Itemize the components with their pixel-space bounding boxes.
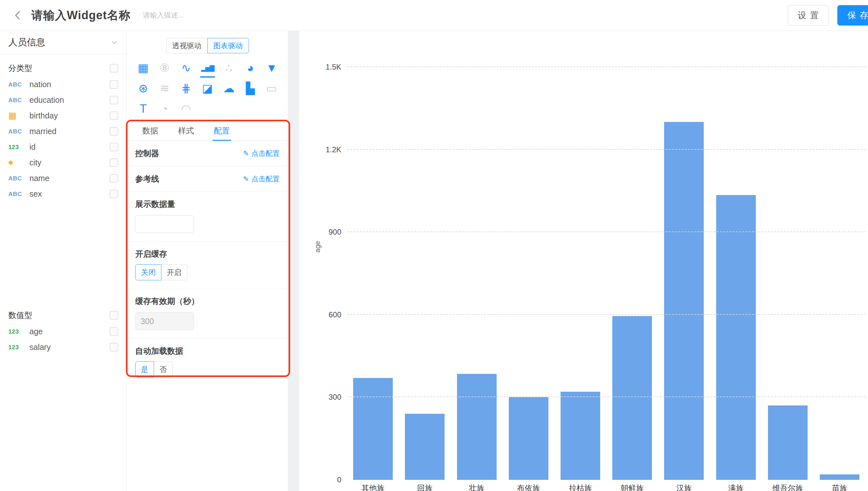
numeric-section-checkbox[interactable] <box>110 311 118 320</box>
autoload-no-button[interactable]: 否 <box>154 362 172 377</box>
bar-slot <box>451 67 503 480</box>
grid-line <box>347 397 865 397</box>
map-chart-icon[interactable]: ◪ <box>197 80 218 97</box>
back-arrow-icon <box>12 10 23 21</box>
settings-button[interactable]: 设 置 <box>788 5 829 26</box>
field-checkbox[interactable] <box>110 96 118 105</box>
reference-line-config-row: 参考线 ✎ 点击配置 <box>127 166 288 192</box>
tab-style[interactable]: 样式 <box>177 121 195 141</box>
pivot-mode-button[interactable]: 透视驱动 <box>166 38 208 53</box>
field-row-education[interactable]: ABCeducation <box>0 92 127 108</box>
reference-line-label: 参考线 <box>135 174 159 184</box>
field-row-id[interactable]: 123id <box>0 139 127 155</box>
bar-chart-icon[interactable]: ▂▅▇ <box>197 59 218 77</box>
cache-expire-input <box>135 312 194 330</box>
bar-slot <box>710 67 762 480</box>
field-checkbox[interactable] <box>110 111 118 120</box>
field-name: salary <box>29 343 51 352</box>
data-source-select[interactable]: 人员信息 <box>0 31 127 54</box>
cache-toggle-group: 关闭 开启 <box>135 264 280 280</box>
numeric-field-section: 数值型 123age123salary <box>0 301 127 355</box>
field-name: name <box>29 174 50 183</box>
field-checkbox[interactable] <box>110 80 118 89</box>
field-row-city[interactable]: ⌖city <box>0 155 127 171</box>
waterfall-chart-icon[interactable]: ▙ <box>240 80 261 97</box>
bar-朝鲜族 <box>612 316 652 480</box>
location-pin-icon: ⌖ <box>8 158 29 167</box>
field-name: education <box>29 95 64 105</box>
display-limit-section: 展示数据量 <box>127 192 288 242</box>
x-tick-label: 布依族 <box>503 483 554 491</box>
save-button[interactable]: 保 存 <box>837 5 868 26</box>
bar-chart-plot: 其他族回族壮族布依族拉枯族朝鲜族汉族满族维吾尔族苗族 03006009001.2… <box>347 67 865 480</box>
tab-config[interactable]: 配置 <box>213 121 231 141</box>
field-row-name[interactable]: ABCname <box>0 171 127 186</box>
gauge-chart-icon: ◔ <box>154 100 175 118</box>
numeric-field-list: 123age123salary <box>0 324 127 355</box>
number-field-icon: 123 <box>8 344 29 351</box>
x-tick-label: 壮族 <box>451 483 503 491</box>
edit-pencil-icon: ✎ <box>243 175 249 183</box>
field-checkbox[interactable] <box>110 127 118 136</box>
line-chart-icon[interactable]: ∿ <box>175 59 197 77</box>
widget-description-input[interactable]: 请输入描述... <box>143 10 184 20</box>
bar-回族 <box>405 414 444 480</box>
back-button[interactable] <box>9 7 26 24</box>
autoload-label: 自动加载数据 <box>135 346 280 356</box>
field-row-married[interactable]: ABCmarried <box>0 123 127 139</box>
reference-configure-link[interactable]: ✎ 点击配置 <box>243 174 280 184</box>
bar-满族 <box>716 195 756 480</box>
y-tick-label: 1.2K <box>326 145 341 154</box>
field-name: married <box>29 127 57 136</box>
data-source-name: 人员信息 <box>8 36 45 49</box>
field-checkbox[interactable] <box>110 343 118 351</box>
field-checkbox[interactable] <box>110 327 118 336</box>
display-limit-input[interactable] <box>135 215 194 233</box>
autoload-toggle-group: 是 否 <box>135 362 280 377</box>
text-chart-icon[interactable]: T <box>133 100 154 118</box>
field-row-birthday[interactable]: ▦birthday <box>0 108 127 123</box>
bar-拉枯族 <box>561 392 600 480</box>
field-checkbox[interactable] <box>110 158 118 167</box>
grid-line <box>347 314 865 315</box>
widget-name-input[interactable]: 请输入Widget名称 <box>31 8 131 23</box>
field-row-age[interactable]: 123age <box>0 324 127 339</box>
chevron-down-icon <box>111 39 118 46</box>
text-field-icon: ABC <box>8 175 29 182</box>
funnel-chart-icon[interactable]: ▼ <box>261 59 282 77</box>
cache-off-button[interactable]: 关闭 <box>135 264 161 280</box>
cache-on-button[interactable]: 开启 <box>161 264 187 280</box>
category-section-checkbox[interactable] <box>110 64 118 73</box>
number-field-icon: 123 <box>8 328 29 335</box>
tab-data[interactable]: 数据 <box>141 121 160 141</box>
parallel-chart-icon[interactable]: ⋕ <box>175 80 197 97</box>
x-tick-label: 朝鲜族 <box>606 483 658 491</box>
field-name: age <box>29 327 43 336</box>
controller-configure-text: 点击配置 <box>251 149 280 158</box>
chart-mode-button[interactable]: 图表驱动 <box>208 38 249 53</box>
field-row-salary[interactable]: 123salary <box>0 339 127 355</box>
x-tick-label: 苗族 <box>814 483 865 491</box>
chart-type-grid: ▦⑧∿▂▅▇∴◕▼⊛≋⋕◪☁▙▭T◔◠ <box>127 59 288 118</box>
table-chart-icon[interactable]: ▦ <box>133 59 154 77</box>
text-field-icon: ABC <box>8 128 29 135</box>
field-row-sex[interactable]: ABCsex <box>0 186 127 202</box>
field-name: sex <box>29 189 42 199</box>
autoload-yes-button[interactable]: 是 <box>135 362 154 377</box>
y-tick-label: 600 <box>328 310 341 319</box>
bar-苗族 <box>820 474 859 480</box>
wordcloud-chart-icon[interactable]: ☁ <box>218 80 240 97</box>
x-tick-label: 其他族 <box>347 483 399 491</box>
pie-chart-icon[interactable]: ◕ <box>240 59 261 77</box>
widget-editor-screen: 请输入Widget名称 请输入描述... 设 置 保 存 人员信息 分类型 AB… <box>0 0 868 491</box>
controller-configure-link[interactable]: ✎ 点击配置 <box>243 149 280 158</box>
bar-slot <box>606 67 658 480</box>
field-row-nation[interactable]: ABCnation <box>0 77 127 92</box>
cache-label: 开启缓存 <box>135 249 280 259</box>
field-checkbox[interactable] <box>110 190 118 198</box>
scatter-chart-icon: ∴ <box>218 59 240 77</box>
field-checkbox[interactable] <box>110 143 118 151</box>
bar-汉族 <box>664 122 704 480</box>
field-checkbox[interactable] <box>110 174 118 183</box>
radar-chart-icon[interactable]: ⊛ <box>133 80 154 97</box>
